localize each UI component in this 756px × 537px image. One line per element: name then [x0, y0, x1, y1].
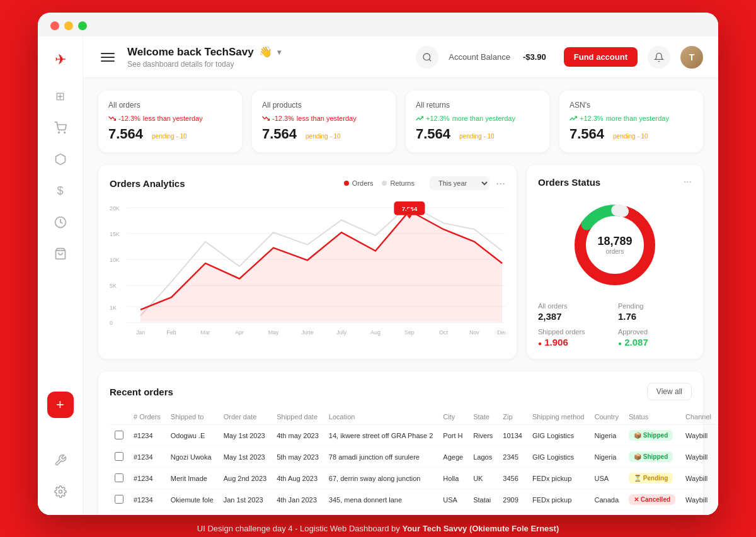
sidebar-item-cart[interactable] — [47, 115, 74, 141]
row-state: UK — [468, 468, 498, 489]
stat-label: Approved — [618, 328, 692, 336]
row-country: USA — [589, 468, 624, 489]
legend-orders: Orders — [344, 179, 374, 187]
svg-text:Dec: Dec — [497, 329, 505, 336]
stat-pending: pending - 10 — [306, 133, 341, 140]
svg-point-1 — [64, 132, 65, 133]
row-zip: 2345 — [498, 446, 527, 468]
sidebar-item-dollar[interactable]: $ — [47, 178, 74, 204]
welcome-emoji: 👋 — [259, 45, 272, 59]
col-state: State — [468, 409, 498, 425]
stat-value: ● 1.906 — [538, 337, 612, 348]
maximize-dot[interactable] — [78, 21, 87, 30]
row-checkbox[interactable] — [110, 468, 129, 489]
status-stats: All orders 2,387 Pending 1.76 Shipped or… — [538, 302, 692, 348]
change-text: more than yesterday — [606, 115, 669, 122]
sidebar-item-settings[interactable] — [47, 478, 74, 505]
welcome-text: Welcome back TechSavy — [127, 46, 254, 59]
avatar[interactable]: T — [680, 46, 703, 69]
row-channel: Waybill — [680, 446, 716, 468]
row-shipped-date: 4th Jan 2023 — [272, 489, 324, 511]
status-title: Orders Status — [538, 177, 684, 188]
row-order: #1234 — [129, 425, 166, 446]
chart-title: Orders Analytics — [110, 178, 344, 189]
stat-value: 7.564 — [416, 126, 450, 142]
sidebar: ✈ ⊞ $ + — [38, 37, 83, 515]
col-channel: Channel — [680, 409, 716, 425]
row-rate: 678,370 — [716, 489, 718, 511]
table-row[interactable]: #1234 Okiemute fole Jan 1st 2023 4th Jan… — [110, 489, 718, 511]
stat-label: All orders — [538, 302, 612, 310]
row-state: Rivers — [468, 425, 498, 446]
minimize-dot[interactable] — [64, 21, 73, 30]
row-country: Nigeria — [589, 446, 624, 468]
row-order: #1234 — [129, 489, 166, 511]
row-shipping: GIG Logistics — [527, 446, 590, 468]
svg-text:Oct: Oct — [439, 329, 448, 336]
menu-button[interactable] — [98, 50, 117, 64]
header-title: Welcome back TechSavy 👋 ▾ See dashboard … — [127, 45, 406, 69]
col-country: Country — [589, 409, 624, 425]
svg-text:Feb: Feb — [167, 329, 176, 336]
close-dot[interactable] — [50, 21, 59, 30]
chevron-down-icon[interactable]: ▾ — [277, 48, 281, 57]
chart-more-icon[interactable]: ··· — [496, 177, 505, 190]
row-order-date: Aug 2nd 2023 — [219, 468, 272, 489]
row-status: 📦 Shipped — [624, 446, 680, 468]
row-shipped-to: Ngozi Uwoka — [166, 446, 219, 468]
view-all-button[interactable]: View all — [647, 383, 692, 400]
row-shipped-date: 4th Aug 2023 — [272, 468, 324, 489]
row-location: 78 amadi junction off surulere — [324, 446, 438, 468]
change-text: less than yesterday — [297, 115, 357, 122]
sidebar-item-clock[interactable] — [47, 209, 74, 235]
stat-card-all-products: All products -12.3% less than yesterday … — [252, 91, 396, 152]
stat-value: ● 2.087 — [618, 337, 692, 348]
table-row[interactable]: #1234 Odogwu .E May 1st 2023 4th may 202… — [110, 425, 718, 446]
col-order-date: Order date — [219, 409, 272, 425]
col-shipping: Shipping method — [527, 409, 590, 425]
svg-text:June: June — [301, 329, 313, 336]
fund-account-button[interactable]: Fund account — [564, 47, 638, 67]
stat-change: +12.3% more than yesterday — [570, 115, 693, 122]
row-checkbox[interactable] — [110, 489, 129, 511]
sidebar-item-wrench[interactable] — [47, 447, 74, 473]
col-shipped-to: Shipped to — [166, 409, 219, 425]
chart-container: 20K 15K 10K 5K 1K 0 — [110, 200, 505, 341]
sidebar-item-bag[interactable] — [47, 240, 74, 267]
sidebar-item-logo[interactable]: ✈ — [47, 47, 74, 73]
middle-section: Orders Analytics Orders Returns — [98, 165, 703, 359]
stat-pending: pending - 10 — [152, 133, 187, 140]
table-row[interactable]: #1234 Ngozi Uwoka May 1st 2023 5th may 2… — [110, 446, 718, 468]
stat-all-orders: All orders 2,387 — [538, 302, 612, 322]
row-checkbox[interactable] — [110, 425, 129, 446]
stat-value: 1.76 — [618, 311, 692, 322]
stat-approved: Approved ● 2.087 — [618, 328, 692, 348]
status-more-icon[interactable]: ··· — [684, 176, 692, 188]
table-row[interactable]: #1234 Merit Imade Aug 2nd 2023 4th Aug 2… — [110, 468, 718, 489]
notifications-button[interactable] — [648, 46, 670, 69]
search-button[interactable] — [416, 46, 438, 69]
svg-text:1K: 1K — [110, 305, 117, 311]
sidebar-item-box[interactable] — [47, 146, 74, 172]
row-order: #1234 — [129, 446, 166, 468]
legend-dot-red — [344, 181, 349, 186]
stat-pending: pending - 10 — [613, 133, 648, 140]
row-shipping: FEDx pickup — [527, 489, 590, 511]
row-order-date: Jan 1st 2023 — [219, 489, 272, 511]
stat-change: -12.3% less than yesterday — [262, 115, 386, 122]
account-balance-label: Account Balance — [449, 52, 510, 62]
col-zip: Zip — [498, 409, 527, 425]
row-shipped-to: Merit Imade — [166, 468, 219, 489]
col-orders: # Orders — [129, 409, 166, 425]
stat-pending: pending - 10 — [459, 133, 495, 140]
row-city: USA — [438, 489, 468, 511]
row-checkbox[interactable] — [110, 446, 129, 468]
main-content: Welcome back TechSavy 👋 ▾ See dashboard … — [83, 37, 718, 515]
stat-shipped: Shipped orders ● 1.906 — [538, 328, 612, 348]
col-rate: Rate (est.) — [716, 409, 718, 425]
sidebar-item-dashboard[interactable]: ⊞ — [47, 83, 74, 110]
period-select[interactable]: This year Last year This month — [430, 176, 490, 190]
stat-card-all-returns: All returns +12.3% more than yesterday 7… — [406, 91, 549, 152]
add-button[interactable]: + — [47, 392, 74, 418]
row-shipped-date: 4th may 2023 — [272, 425, 324, 446]
